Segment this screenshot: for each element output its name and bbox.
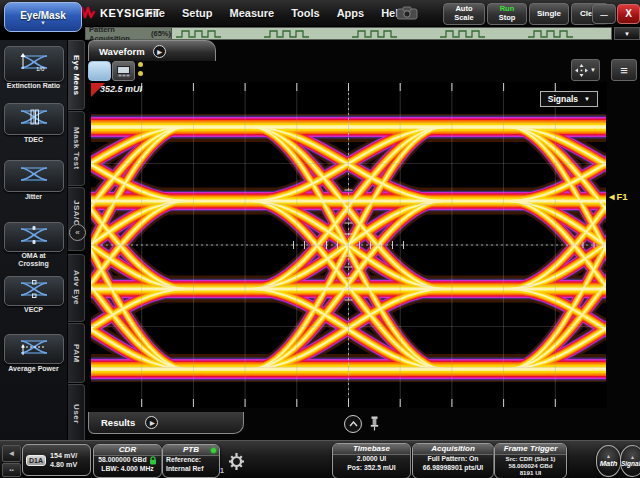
timebase-panel[interactable]: Timebase 2.0000 UI Pos: 352.5 mUI — [332, 443, 411, 478]
waveform-play-icon[interactable]: ▶ — [153, 45, 166, 58]
cdr-lock-icon — [149, 456, 157, 465]
tab-pam[interactable]: PAM — [68, 323, 85, 383]
frame-trigger-panel[interactable]: Frame Trigger Src: CDR (Slot 1) 58.00002… — [494, 443, 567, 478]
tdec-label: TDEC — [0, 136, 67, 144]
run-stop-button[interactable]: Run Stop — [487, 3, 527, 25]
single-button[interactable]: Single — [529, 3, 569, 25]
titlebar: KEYSIGHT File Setup Measure Tools Apps H… — [0, 0, 640, 27]
panel-overflow-button[interactable]: ▪▪ — [2, 463, 21, 477]
display-single-button[interactable] — [88, 61, 111, 81]
cdr-lbw: LBW: 4.000 MHz — [94, 465, 161, 474]
ptb-panel[interactable]: PTB Reference: Internal Ref — [162, 444, 220, 478]
pin-panel-button[interactable] — [367, 414, 381, 432]
flexdca-window: KEYSIGHT File Setup Measure Tools Apps H… — [0, 0, 640, 478]
oma-at-crossing-label: OMA at Crossing — [0, 252, 67, 269]
signals-dropdown[interactable]: Signals ▼ — [540, 91, 598, 107]
ptb-line1: Reference: — [163, 456, 219, 465]
tab-jsa-cre[interactable]: JSA/CRE — [68, 187, 85, 251]
pan-tool-button[interactable]: ▼ — [571, 59, 600, 81]
math-button[interactable]: ▲ Math — [596, 445, 621, 477]
waveform-tab[interactable]: Waveform ▶ — [88, 40, 216, 61]
channel-scale: 154 mV/ — [50, 451, 77, 460]
ptb-line2: Internal Ref — [163, 465, 219, 474]
average-power-button[interactable] — [4, 334, 64, 364]
close-button[interactable]: X — [617, 4, 640, 24]
minimize-button[interactable]: — — [592, 4, 616, 24]
camera-icon[interactable] — [396, 6, 418, 20]
workspace: Waveform ▶ ▼ ≡ — [85, 40, 640, 440]
measurement-sidebar: 1/0 Extinction Ratio TDEC Jitter OMA at … — [0, 40, 67, 478]
collapse-panel-button[interactable] — [344, 415, 362, 433]
settings-button[interactable] — [227, 451, 246, 476]
acquisition-line1: Full Pattern: On — [413, 455, 493, 464]
extinction-ratio-label: Extinction Ratio — [0, 82, 67, 90]
acquisition-waveform-pattern — [170, 28, 610, 39]
tab-eye-meas[interactable]: Eye Meas — [68, 40, 85, 110]
tab-adv-eye[interactable]: Adv Eye — [68, 254, 85, 322]
pan-arrows-icon — [575, 64, 588, 77]
tdec-icon — [17, 107, 51, 131]
waveform-graticule[interactable]: 352.5 mUI Signals ▼ — [90, 82, 607, 408]
jitter-button[interactable] — [4, 160, 64, 192]
ptb-status-dot — [211, 448, 216, 453]
cdr-title: CDR — [94, 445, 161, 456]
pan-dropdown-icon[interactable]: ▼ — [590, 67, 596, 73]
oma-at-crossing-button[interactable] — [4, 222, 64, 252]
menu-tools[interactable]: Tools — [291, 7, 320, 19]
status-bar: ◄ ▪▪ D1A 154 mV/ 4.80 mV CDR 58.000000 G… — [0, 440, 640, 478]
f1-function-marker[interactable]: ◄F1 — [607, 191, 628, 202]
jitter-icon — [17, 164, 51, 188]
chevron-up-icon — [349, 421, 358, 427]
acquisition-line2: 66.98998901 pts/UI — [413, 464, 493, 473]
frame-trigger-title: Frame Trigger — [495, 444, 566, 455]
menu-measure[interactable]: Measure — [230, 7, 275, 19]
eye-diagram-waveform — [90, 82, 607, 408]
timebase-scale: 2.0000 UI — [333, 455, 410, 464]
panel-scroll-left-button[interactable]: ◄ — [2, 445, 21, 462]
frame-trigger-length: 8191 UI — [495, 469, 566, 476]
vecp-icon — [17, 279, 51, 303]
extinction-ratio-button[interactable]: 1/0 — [4, 46, 64, 82]
frame-trigger-src: Src: CDR (Slot 1) — [495, 455, 566, 462]
pin-icon — [369, 416, 380, 431]
results-play-icon[interactable]: ▶ — [145, 416, 158, 429]
gear-icon — [227, 451, 246, 472]
acquisition-bar-dropdown[interactable]: ▼ — [614, 27, 640, 40]
timebase-title: Timebase — [333, 444, 410, 455]
pattern-acquisition-progressbar: Pattern Acquisition (65%) — [85, 27, 612, 40]
extinction-ratio-icon: 1/0 — [17, 52, 51, 76]
tdec-button[interactable] — [4, 103, 64, 135]
grid-layout-icon — [117, 66, 130, 77]
display-grid-button[interactable] — [112, 61, 135, 81]
mode-selector-button[interactable]: Eye/Mask ▼ — [4, 2, 82, 32]
acquisition-panel[interactable]: Acquisition Full Pattern: On 66.98998901… — [412, 443, 494, 478]
tab-user[interactable]: User — [68, 384, 85, 444]
menubar: File Setup Measure Tools Apps Help — [146, 0, 405, 26]
chevron-down-icon: ▼ — [584, 96, 590, 102]
frame-trigger-rate: 58.000024 GBd — [495, 462, 566, 469]
average-power-label: Average Power — [0, 365, 67, 373]
vecp-label: VECP — [0, 306, 67, 314]
oma-at-crossing-icon — [17, 225, 51, 249]
channel-badge: D1A — [26, 455, 46, 466]
vecp-button[interactable] — [4, 276, 64, 306]
channel-offset: 4.80 mV — [50, 460, 77, 469]
ptb-title: PTB — [183, 445, 199, 454]
menu-file[interactable]: File — [146, 7, 165, 19]
results-tab[interactable]: Results ▶ — [88, 412, 244, 434]
menu-setup[interactable]: Setup — [182, 7, 213, 19]
acquisition-percent: (65%) — [151, 29, 171, 38]
svg-text:1/0: 1/0 — [36, 66, 45, 72]
jitter-label: Jitter — [0, 193, 67, 201]
channel-panel[interactable]: D1A 154 mV/ 4.80 mV — [22, 444, 91, 476]
cdr-rate: 58.000000 GBd — [98, 456, 146, 465]
signals-button[interactable]: ▲ Signals — [620, 445, 640, 477]
menu-apps[interactable]: Apps — [337, 7, 365, 19]
acquisition-title: Acquisition — [413, 444, 493, 455]
display-menu-button[interactable]: ≡ — [611, 59, 637, 81]
tab-mask-test[interactable]: Mask Test — [68, 111, 85, 186]
cdr-panel[interactable]: CDR 58.000000 GBd LBW: 4.000 MHz — [93, 444, 162, 478]
chevron-down-icon: ▼ — [40, 21, 46, 25]
auto-scale-button[interactable]: Auto Scale — [443, 3, 485, 25]
collapse-sidebar-button[interactable]: « — [69, 224, 86, 241]
